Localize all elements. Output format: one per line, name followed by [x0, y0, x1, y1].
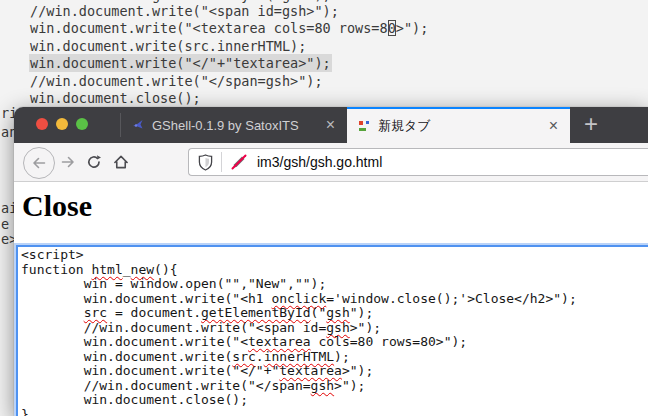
navigation-toolbar: im3/gsh/gsh.go.html	[14, 143, 648, 182]
editor-code-line: //win.document.write("<span id=gsh>");	[30, 3, 428, 20]
code-textarea[interactable]: <script>function html_new(){ win = windo…	[16, 245, 648, 416]
page-heading[interactable]: Close	[22, 190, 648, 222]
editing-disabled-pen-icon[interactable]	[230, 153, 248, 171]
textarea-code-line: win.document.write(src.innerHTML);	[21, 350, 648, 365]
tracking-protection-shield-icon[interactable]	[198, 154, 213, 171]
home-icon	[113, 154, 129, 170]
editor-code-line: win.document.write(src.innerHTML);	[30, 38, 428, 55]
editor-code-line: win.document.write("</"+"textarea>");	[30, 55, 428, 72]
reload-icon	[86, 154, 102, 170]
editor-code-line: //win.document.write("</span=gsh>");	[30, 73, 428, 90]
textarea-code-line: win = window.open("","New","");	[21, 277, 648, 292]
textarea-code-line: //win.document.write("</span=gsh>");	[21, 379, 648, 394]
forward-arrow-icon	[60, 154, 76, 170]
home-button[interactable]	[113, 154, 129, 170]
editor-code-line: win.document.write("<textarea cols=80 ro…	[30, 20, 428, 37]
tab-title: 新規タブ	[378, 117, 549, 135]
tab-gshell[interactable]: GShell-0.1.9 by SatoxITS ×	[121, 107, 347, 143]
page-content: Close <script>function html_new(){ win =…	[14, 182, 648, 416]
editor-code: //win.document.write("<span id=gsh>");wi…	[30, 3, 428, 107]
textarea-code-line: win.document.write("<h1 onclick='window.…	[21, 292, 648, 307]
editor-code-line: win.document.close();	[30, 90, 428, 107]
forward-button[interactable]	[60, 154, 76, 170]
terminal-block-cursor: 0	[388, 20, 396, 36]
textarea-code-line: function html_new(){	[21, 263, 648, 278]
url-bar-divider	[221, 152, 222, 172]
tab-bar: GShell-0.1.9 by SatoxITS × 新規タブ × +	[14, 107, 648, 143]
tab-new-tab[interactable]: 新規タブ ×	[347, 107, 570, 143]
editor-text-fragment: e	[1, 216, 9, 232]
url-text: im3/gsh/gsh.go.html	[257, 154, 382, 170]
textarea-code-line: win.document.close();	[21, 393, 648, 408]
new-tab-button[interactable]: +	[572, 107, 610, 143]
textarea-code-line: win.document.write("</"+"textarea>");	[21, 364, 648, 379]
tab-title: GShell-0.1.9 by SatoxITS	[152, 118, 326, 133]
textarea-code-line: <script>	[21, 248, 648, 263]
close-tab-icon[interactable]: ×	[326, 117, 335, 133]
minimize-window-button[interactable]	[56, 118, 68, 130]
url-bar[interactable]: im3/gsh/gsh.go.html	[188, 148, 648, 176]
fullscreen-window-button[interactable]	[76, 118, 88, 130]
firefox-window: GShell-0.1.9 by SatoxITS × 新規タブ × +	[14, 107, 648, 416]
new-tab-favicon-icon	[358, 120, 370, 132]
textarea-code-line: src = document.getElementById("gsh");	[21, 306, 648, 321]
close-window-button[interactable]	[36, 118, 48, 130]
window-controls	[36, 118, 88, 130]
back-button[interactable]	[23, 147, 55, 179]
back-arrow-icon	[31, 155, 47, 171]
textarea-code-line: //win.document.write("<span id=gsh>");	[21, 321, 648, 336]
reload-button[interactable]	[86, 154, 102, 170]
textarea-code-line: }	[21, 408, 648, 416]
gshell-favicon-icon	[132, 119, 144, 131]
textarea-code-line: win.document.write("<textarea cols=80 ro…	[21, 335, 648, 350]
close-tab-icon[interactable]: ×	[549, 118, 558, 134]
screen: src = document.getElementById("gsh"); //…	[0, 0, 648, 416]
